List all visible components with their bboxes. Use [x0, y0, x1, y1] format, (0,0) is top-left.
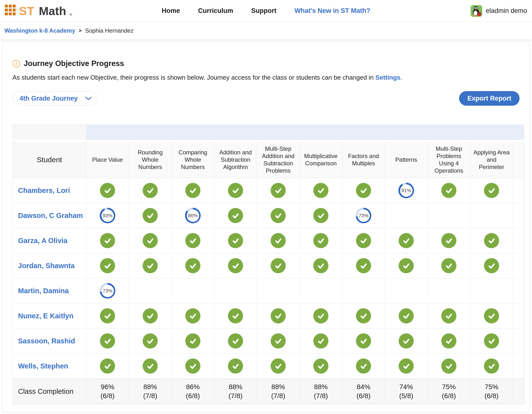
objective-cell: 91% — [385, 178, 428, 203]
student-link[interactable]: Sassoon, Rashid — [18, 337, 75, 345]
main-nav: Home Curriculum Support What's New in ST… — [162, 7, 370, 15]
registered-mark: ® — [69, 13, 72, 17]
objective-cell — [342, 253, 385, 278]
objective-cell: 93% — [86, 203, 129, 228]
progress-percent: 91% — [400, 184, 413, 197]
settings-link[interactable]: Settings — [375, 74, 401, 81]
checkmark-glyph — [445, 186, 453, 195]
student-link[interactable]: Jordan, Shawnta — [18, 262, 75, 270]
export-report-button[interactable]: Export Report — [459, 91, 520, 106]
student-link[interactable]: Martin, Damina — [18, 287, 69, 295]
objective-cell — [470, 303, 513, 329]
checkmark-glyph — [189, 262, 197, 270]
check-icon — [143, 358, 158, 374]
student-row-header: Chambers, Lori — [13, 178, 86, 203]
student-link[interactable]: Dawson, C Graham — [18, 212, 83, 220]
journey-objective-table: StudentPlace ValueRounding Whole Numbers… — [12, 125, 524, 404]
checkmark-glyph — [317, 337, 325, 345]
info-icon[interactable]: i — [12, 60, 20, 67]
student-link[interactable]: Chambers, Lori — [18, 187, 70, 195]
check-icon — [484, 233, 499, 248]
nav-whats-new[interactable]: What's New in ST Math? — [295, 7, 370, 15]
check-icon — [100, 258, 115, 273]
check-icon — [313, 358, 328, 374]
progress-percent: 86% — [187, 209, 199, 222]
checkmark-glyph — [103, 262, 112, 270]
objective-cell — [428, 329, 470, 354]
checkmark-glyph — [359, 236, 368, 245]
objective-cell — [385, 354, 428, 379]
objective-cell-partial — [513, 303, 524, 329]
checkmark-glyph — [189, 312, 197, 320]
column-header: Multiplicative Comparison — [300, 141, 342, 178]
check-icon — [271, 308, 286, 323]
checkmark-glyph — [189, 186, 197, 195]
nav-curriculum[interactable]: Curriculum — [198, 7, 233, 15]
objective-cell — [214, 329, 257, 354]
checkmark-glyph — [359, 337, 368, 345]
check-icon — [313, 208, 328, 223]
objective-cell — [214, 278, 257, 303]
checkmark-glyph — [317, 211, 325, 220]
checkmark-glyph — [445, 262, 453, 270]
column-header: Applying Area and Perimeter — [470, 141, 513, 178]
check-icon — [143, 308, 158, 323]
objective-cell — [342, 354, 385, 379]
student-row-header: Martin, Damina — [13, 278, 86, 303]
checkmark-glyph — [317, 186, 325, 195]
checkmark-glyph — [189, 362, 197, 370]
objective-cell — [300, 278, 342, 303]
check-icon — [313, 258, 328, 273]
objective-cell — [172, 278, 214, 303]
journey-dropdown[interactable]: 4th Grade Journey — [12, 92, 98, 105]
checkmark-glyph — [231, 186, 240, 195]
objective-cell — [172, 228, 214, 253]
objective-cell — [86, 253, 129, 278]
objective-cell — [214, 228, 257, 253]
check-icon — [185, 358, 200, 374]
column-header: Addition and Subtraction Algorithm — [214, 141, 257, 178]
objective-cell — [428, 228, 470, 253]
objective-cell — [172, 253, 214, 278]
objective-cell — [257, 178, 300, 203]
grid-icon — [5, 5, 16, 15]
progress-percent: 73% — [357, 209, 370, 222]
objective-cell — [86, 329, 129, 354]
completion-percent: 96% — [101, 382, 114, 391]
check-icon — [441, 358, 456, 374]
top-navigation-bar: ST Math ® Home Curriculum Support What's… — [0, 0, 532, 22]
student-link[interactable]: Wells, Stephen — [18, 362, 68, 370]
objective-cell — [300, 253, 342, 278]
student-link[interactable]: Garza, A Olivia — [18, 237, 68, 245]
objective-cell — [385, 278, 428, 303]
check-icon — [441, 183, 456, 198]
logo-math-text: Math — [39, 5, 66, 17]
completion-fraction: (6/8) — [442, 391, 456, 400]
class-completion-value: 86%(6/8) — [172, 379, 214, 404]
checkmark-glyph — [445, 362, 453, 370]
objective-cell — [172, 303, 214, 329]
completion-percent: 88% — [143, 382, 157, 391]
column-header: Factors and Multiples — [342, 141, 385, 178]
column-header: Multi-Step Problems Using 4 Operations — [428, 141, 470, 178]
column-header: Comparing Whole Numbers — [172, 141, 214, 178]
student-link[interactable]: Nunez, E Kaitlyn — [18, 312, 73, 320]
page-description: As students start each new Objective, th… — [12, 74, 520, 81]
check-icon — [100, 233, 115, 248]
controls-row: 4th Grade Journey Export Report — [12, 91, 520, 106]
check-icon — [228, 333, 243, 348]
objective-cell — [428, 253, 470, 278]
breadcrumb-school-link[interactable]: Washington k-8 Academy — [4, 27, 75, 34]
check-icon — [399, 233, 414, 248]
class-completion-value: 75%(6/8) — [470, 379, 513, 404]
objective-cell — [300, 178, 342, 203]
objective-cell — [86, 303, 129, 329]
user-menu[interactable]: eladmin demo — [471, 5, 527, 17]
nav-support[interactable]: Support — [251, 7, 276, 15]
check-icon — [484, 333, 499, 348]
nav-home[interactable]: Home — [162, 7, 180, 15]
objective-cell — [342, 178, 385, 203]
table-corner-cell — [13, 125, 86, 141]
stmath-logo[interactable]: ST Math ® — [5, 5, 72, 17]
completion-percent: 84% — [357, 382, 370, 391]
